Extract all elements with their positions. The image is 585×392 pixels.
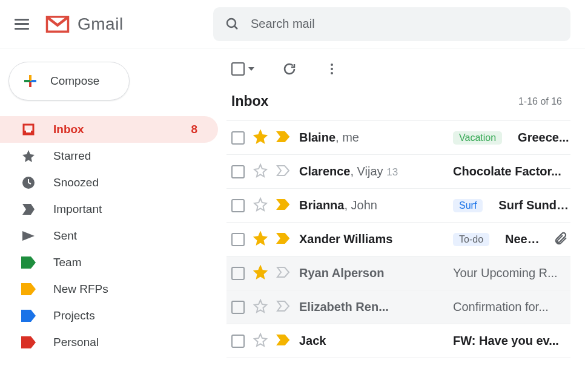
sidebar-item-label: Starred <box>53 149 91 163</box>
email-subject: Chocolate Factor... <box>453 165 570 178</box>
compose-button[interactable]: Compose <box>8 62 130 100</box>
sidebar-item-label: Team <box>53 256 81 269</box>
body: Compose Inbox 8 Starred Snoozed Importan… <box>0 48 585 392</box>
star-icon[interactable] <box>253 299 268 316</box>
row-checkbox[interactable] <box>231 199 245 212</box>
email-subject: Surf Sunda... <box>498 198 570 212</box>
email-label: Surf <box>453 199 483 212</box>
email-sender: Elizabeth Ren... <box>299 300 445 314</box>
new-rfps-icon <box>21 281 36 297</box>
email-sender: Jack <box>299 334 445 348</box>
sidebar-item-label: Important <box>53 203 102 216</box>
header: Gmail Search mail <box>0 0 585 48</box>
sidebar-item-label: Projects <box>53 309 95 322</box>
importance-icon[interactable] <box>276 129 291 146</box>
email-row[interactable]: Ryan Alperson Your Upcoming R... <box>226 256 570 290</box>
sidebar-item-label: Sent <box>53 229 77 243</box>
row-checkbox[interactable] <box>231 301 245 314</box>
main-menu-button[interactable] <box>15 17 29 31</box>
email-sender: Clarence, Vijay 13 <box>299 165 445 178</box>
star-icon[interactable] <box>253 265 268 282</box>
star-icon[interactable] <box>253 197 268 214</box>
select-all[interactable] <box>231 62 254 76</box>
chevron-down-icon[interactable] <box>248 67 254 71</box>
row-checkbox[interactable] <box>231 131 245 145</box>
row-checkbox[interactable] <box>231 233 245 246</box>
starred-icon <box>21 148 36 164</box>
importance-icon[interactable] <box>276 265 291 282</box>
sidebar-item-projects[interactable]: Projects <box>0 302 218 329</box>
sent-icon <box>21 228 36 244</box>
sidebar-item-personal[interactable]: Personal <box>0 329 218 356</box>
compose-label: Compose <box>50 74 99 88</box>
email-row[interactable]: Elizabeth Ren... Confirmation for... <box>226 290 570 324</box>
pagination-count: 1-16 of 16 <box>518 96 562 107</box>
email-subject: Need... <box>505 232 540 246</box>
svg-rect-7 <box>26 130 31 132</box>
plus-icon <box>21 72 39 90</box>
sidebar-item-label: Snoozed <box>53 176 99 189</box>
sidebar-item-starred[interactable]: Starred <box>0 143 218 169</box>
svg-point-9 <box>331 64 333 66</box>
gmail-icon <box>45 15 70 34</box>
sidebar-item-label: New RFPs <box>53 283 108 296</box>
email-subject: Confirmation for... <box>453 300 570 314</box>
importance-icon[interactable] <box>276 197 291 214</box>
snoozed-icon <box>21 175 36 191</box>
personal-icon <box>21 335 36 350</box>
sidebar: Compose Inbox 8 Starred Snoozed Importan… <box>0 48 218 392</box>
email-subject: Greece... <box>518 131 570 145</box>
unread-badge: 8 <box>191 123 197 136</box>
sidebar-nav: Inbox 8 Starred Snoozed Important Sent T… <box>0 116 218 356</box>
star-icon[interactable] <box>253 129 268 146</box>
star-icon[interactable] <box>253 163 268 180</box>
toolbar <box>226 48 570 90</box>
email-sender: Brianna, John <box>299 198 445 212</box>
email-sender: Blaine, me <box>299 131 445 145</box>
email-label: Vacation <box>453 131 502 145</box>
sidebar-item-sent[interactable]: Sent <box>0 223 218 249</box>
row-checkbox[interactable] <box>231 335 245 348</box>
row-checkbox[interactable] <box>231 165 245 178</box>
row-checkbox[interactable] <box>231 267 245 280</box>
sidebar-item-important[interactable]: Important <box>0 196 218 223</box>
more-button[interactable] <box>325 62 339 76</box>
email-subject: FW: Have you ev... <box>453 334 570 348</box>
sidebar-item-label: Inbox <box>53 123 84 136</box>
section-title: Inbox <box>231 93 268 109</box>
email-sender: Ryan Alperson <box>299 266 445 280</box>
sidebar-item-new-rfps[interactable]: New RFPs <box>0 276 218 302</box>
search-placeholder: Search mail <box>251 17 315 31</box>
attachment-icon <box>549 231 570 248</box>
search-icon <box>225 17 240 31</box>
importance-icon[interactable] <box>276 231 291 248</box>
gmail-logo[interactable]: Gmail <box>45 15 124 34</box>
app-name: Gmail <box>78 15 124 34</box>
sidebar-item-snoozed[interactable]: Snoozed <box>0 169 218 196</box>
email-row[interactable]: Jack FW: Have you ev... <box>226 324 570 358</box>
section-header: Inbox 1-16 of 16 <box>226 90 570 120</box>
search-bar[interactable]: Search mail <box>213 7 570 41</box>
star-icon[interactable] <box>253 231 268 248</box>
importance-icon[interactable] <box>276 333 291 350</box>
star-icon[interactable] <box>253 333 268 350</box>
email-subject: Your Upcoming R... <box>453 266 570 280</box>
sidebar-item-team[interactable]: Team <box>0 249 218 276</box>
inbox-icon <box>21 122 36 137</box>
importance-icon[interactable] <box>276 299 291 316</box>
email-row[interactable]: Brianna, John Surf Surf Sunda... <box>226 189 570 223</box>
email-row[interactable]: Xander Williams To-do Need... <box>226 223 570 256</box>
email-row[interactable]: Clarence, Vijay 13 Chocolate Factor... <box>226 155 570 189</box>
svg-point-10 <box>331 68 333 70</box>
importance-icon[interactable] <box>276 163 291 180</box>
projects-icon <box>21 308 36 324</box>
sidebar-item-inbox[interactable]: Inbox 8 <box>0 116 218 143</box>
svg-point-11 <box>331 72 333 74</box>
select-all-checkbox[interactable] <box>231 62 245 76</box>
main-pane: Inbox 1-16 of 16 Blaine, me Vacation Gre… <box>218 48 585 392</box>
refresh-button[interactable] <box>282 62 297 76</box>
email-row[interactable]: Blaine, me Vacation Greece... <box>226 121 570 155</box>
important-icon <box>21 201 36 217</box>
email-list: Blaine, me Vacation Greece... Clarence, … <box>226 120 570 358</box>
svg-line-1 <box>234 26 237 29</box>
